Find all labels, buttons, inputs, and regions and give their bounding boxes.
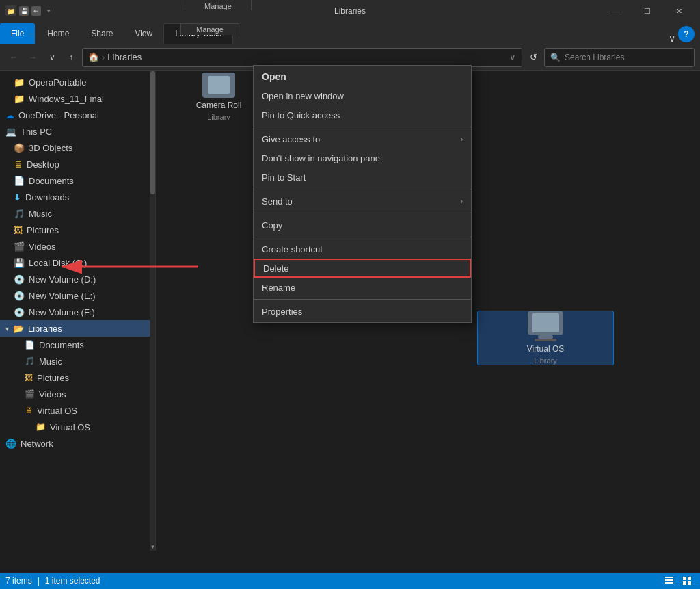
- sidebar-item-desktop[interactable]: 🖥 Desktop: [0, 156, 150, 172]
- folder-icon: 📂: [13, 324, 24, 334]
- sidebar: 📁 OperaPortable 📁 Windows_11_Final ☁ One…: [0, 71, 150, 551]
- sidebar-item-label: Videos: [29, 241, 56, 252]
- library-tools-group-label: Manage: [180, 23, 239, 35]
- folder-icon: ⬇: [14, 192, 21, 202]
- tab-file[interactable]: File: [0, 23, 35, 44]
- sidebar-item-music[interactable]: 🎵 Music: [0, 205, 150, 222]
- ctx-properties[interactable]: Properties: [254, 302, 471, 321]
- ribbon: Manage File Home Share View Library Tool…: [0, 22, 700, 44]
- folder-icon: 🖼: [14, 225, 23, 235]
- search-icon: 🔍: [550, 53, 561, 62]
- sidebar-item-label: Documents: [29, 176, 74, 186]
- refresh-button[interactable]: ↺: [525, 49, 541, 66]
- back-button[interactable]: ←: [5, 49, 22, 66]
- folder-icon: 📄: [14, 176, 25, 186]
- ctx-create-shortcut[interactable]: Create shortcut: [254, 239, 471, 259]
- sidebar-item-network[interactable]: 🌐 Network: [0, 435, 150, 451]
- ctx-copy[interactable]: Copy: [254, 215, 471, 235]
- ctx-rename[interactable]: Rename: [254, 278, 471, 297]
- detail-view-button[interactable]: [679, 575, 695, 587]
- drive-icon: 💿: [14, 291, 25, 301]
- sidebar-item-label: Desktop: [27, 159, 59, 170]
- sidebar-item-opera-portable[interactable]: 📁 OperaPortable: [0, 74, 150, 90]
- folder-icon: 🖥: [25, 406, 33, 415]
- ctx-open-new-window[interactable]: Open in new window: [254, 86, 471, 105]
- quick-save-icon[interactable]: 💾: [19, 6, 29, 16]
- drive-icon: 💿: [14, 274, 25, 285]
- sidebar-item-label: Pictures: [27, 225, 59, 235]
- help-button[interactable]: ?: [678, 26, 695, 42]
- ctx-dont-show-nav[interactable]: Don't show in navigation pane: [254, 148, 471, 168]
- close-button[interactable]: ✕: [663, 0, 695, 22]
- sidebar-item-label: New Volume (E:): [29, 291, 96, 301]
- maximize-button[interactable]: ☐: [632, 0, 663, 22]
- folder-icon: 🎵: [14, 209, 25, 219]
- sidebar-item-label: Music: [39, 356, 62, 367]
- sidebar-item-lib-videos[interactable]: 🎬 Videos: [0, 386, 150, 402]
- dropdown-arrow-icon[interactable]: ▾: [44, 6, 53, 16]
- library-item-virtual-os[interactable]: Virtual OS Library: [477, 311, 614, 365]
- sidebar-item-label: Windows_11_Final: [29, 94, 104, 104]
- sidebar-item-libraries[interactable]: ▾ 📂 Libraries: [0, 320, 150, 337]
- camera-roll-icon: [202, 73, 235, 98]
- path-dropdown-icon[interactable]: ∨: [509, 52, 516, 62]
- tab-share[interactable]: Share: [80, 23, 124, 44]
- sidebar-item-lib-virtual-os-2[interactable]: 📁 Virtual OS: [0, 419, 150, 435]
- recent-locations-button[interactable]: ∨: [44, 49, 60, 66]
- svg-rect-7: [683, 581, 686, 585]
- minimize-button[interactable]: —: [600, 0, 632, 22]
- sidebar-item-label: Music: [29, 209, 52, 219]
- path-separator: ›: [102, 52, 105, 62]
- sidebar-item-new-volume-f[interactable]: 💿 New Volume (F:): [0, 304, 150, 320]
- sidebar-item-lib-virtual-os[interactable]: 🖥 Virtual OS: [0, 402, 150, 419]
- svg-rect-2: [665, 577, 673, 578]
- sidebar-item-label: Downloads: [25, 192, 69, 202]
- ctx-open[interactable]: Open: [254, 67, 471, 86]
- ribbon-chevron[interactable]: ∨: [669, 33, 675, 44]
- search-box[interactable]: 🔍 Search Libraries: [544, 48, 695, 67]
- sidebar-item-lib-pictures[interactable]: 🖼 Pictures: [0, 369, 150, 386]
- sidebar-item-new-volume-e[interactable]: 💿 New Volume (E:): [0, 287, 150, 304]
- context-menu: Open Open in new window Pin to Quick acc…: [253, 65, 472, 323]
- submenu-arrow-icon-2: ›: [461, 198, 463, 205]
- sidebar-item-lib-music[interactable]: 🎵 Music: [0, 353, 150, 369]
- ctx-pin-quick-access[interactable]: Pin to Quick access: [254, 105, 471, 125]
- status-separator: |: [38, 576, 40, 586]
- this-pc-icon: 💻: [5, 127, 16, 137]
- sidebar-item-videos[interactable]: 🎬 Videos: [0, 238, 150, 254]
- folder-icon: 🖥: [14, 159, 23, 170]
- sidebar-scrollbar[interactable]: ▼: [150, 71, 156, 551]
- up-button[interactable]: ↑: [63, 49, 79, 66]
- ctx-separator-4: [254, 237, 471, 237]
- sidebar-item-label: Libraries: [28, 324, 62, 334]
- forward-button[interactable]: →: [25, 49, 41, 66]
- virtual-os-item-wrapper: Virtual OS Library: [477, 311, 614, 365]
- address-path[interactable]: 🏠 › Libraries ∨: [82, 48, 522, 67]
- sidebar-item-this-pc[interactable]: 💻 This PC: [0, 123, 150, 140]
- scrollbar-thumb[interactable]: [150, 71, 155, 194]
- search-placeholder: Search Libraries: [565, 53, 624, 62]
- ctx-send-to[interactable]: Send to ›: [254, 192, 471, 211]
- libraries-expand-icon: ▾: [5, 325, 9, 332]
- sidebar-item-pictures[interactable]: 🖼 Pictures: [0, 222, 150, 238]
- tab-view[interactable]: View: [124, 23, 163, 44]
- svg-rect-6: [688, 577, 691, 580]
- sidebar-item-lib-documents[interactable]: 📄 Documents: [0, 337, 150, 353]
- tab-home[interactable]: Home: [36, 23, 80, 44]
- ctx-give-access[interactable]: Give access to ›: [254, 129, 471, 148]
- scroll-down-btn[interactable]: ▼: [150, 542, 155, 551]
- path-text: Libraries: [107, 52, 142, 62]
- selected-count: 1 item selected: [45, 576, 100, 586]
- ctx-delete[interactable]: Delete: [254, 259, 471, 278]
- onedrive-icon: ☁: [5, 110, 14, 120]
- sidebar-item-downloads[interactable]: ⬇ Downloads: [0, 189, 150, 205]
- sidebar-item-onedrive[interactable]: ☁ OneDrive - Personal: [0, 107, 150, 123]
- svg-rect-8: [688, 581, 691, 585]
- sidebar-item-windows11[interactable]: 📁 Windows_11_Final: [0, 90, 150, 107]
- ribbon-container: Manage File Home Share View Library Tool…: [0, 22, 700, 44]
- ctx-pin-to-start[interactable]: Pin to Start: [254, 168, 471, 187]
- list-view-button[interactable]: [662, 575, 677, 587]
- sidebar-item-documents[interactable]: 📄 Documents: [0, 172, 150, 189]
- sidebar-item-3d-objects[interactable]: 📦 3D Objects: [0, 140, 150, 156]
- undo-icon[interactable]: ↩: [31, 6, 41, 16]
